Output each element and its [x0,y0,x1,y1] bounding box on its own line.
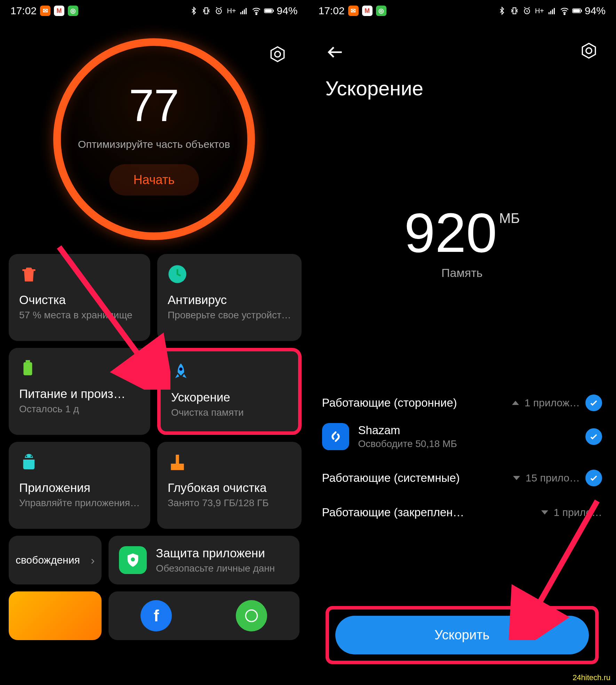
broom-icon [168,452,187,472]
tile-power[interactable]: Питание и произ… Осталось 1 д [9,348,150,435]
svg-rect-26 [573,9,580,13]
status-bar: 17:02 ✉ M ◎ H+ 94% [308,0,616,21]
tile-peek-left[interactable]: свобождения › [9,536,102,584]
svg-point-5 [256,14,257,15]
bluetooth-icon [189,6,199,16]
tile-title: Приложения [19,481,140,495]
svg-rect-12 [26,360,30,362]
group-meta: 1 прило… [554,507,602,518]
svg-rect-21 [550,11,551,14]
settings-button[interactable] [579,42,599,63]
notif-icon-gmail: M [362,6,373,16]
memory-label: Память [308,266,616,280]
tile-title: Антивирус [168,293,291,307]
svg-point-29 [328,429,344,445]
back-button[interactable] [326,42,345,62]
svg-point-13 [179,367,182,371]
tile-sub: Очистка памяти [171,407,288,418]
notif-icon-gmail: M [54,6,64,16]
signal-icon: H+ [535,6,544,16]
boost-button-highlight: Ускорить [326,606,599,664]
security-score-hint: Оптимизируйте часть объектов [78,138,230,150]
wifi-icon [251,6,261,16]
svg-rect-2 [242,11,243,14]
tile-boost[interactable]: Ускорение Очистка памяти [157,348,302,435]
tile-antivirus[interactable]: Антивирус Проверьте свое устройст… [157,254,302,341]
alarm-icon [522,6,532,16]
caret-up-icon [512,401,519,405]
tile-sub: Проверьте свое устройст… [168,310,291,321]
security-app-screen: 17:02 ✉ M ◎ H+ 94% [0,0,308,685]
tile-apps[interactable]: Приложения Управляйте приложения… [9,442,150,529]
status-time: 17:02 [10,5,37,17]
alarm-icon [214,6,224,16]
tile-title: Глубокая очистка [168,481,291,495]
tile-cleaner[interactable]: Очистка 57 % места в хранилище [9,254,150,341]
group-system[interactable]: Работающие (системные) 15 прило… [322,470,602,486]
tile-sub: Осталось 1 д [19,404,140,415]
svg-point-9 [274,51,280,57]
facebook-icon: f [141,600,172,631]
checkbox-checked[interactable] [585,428,602,445]
tile-sub: Управляйте приложения… [19,497,140,509]
tile-title: Очистка [19,293,140,307]
svg-rect-4 [246,8,247,14]
signal-bars-icon [239,6,249,16]
group-meta: 1 прилож… [525,397,580,409]
notif-icon-app: ◎ [68,6,78,16]
checkbox-checked[interactable] [585,470,602,486]
svg-point-16 [131,557,135,561]
svg-rect-23 [554,8,555,14]
svg-rect-3 [244,9,245,14]
memory-display: 920МБ Память [308,201,616,280]
notif-icon-mail: ✉ [40,6,50,16]
svg-rect-11 [24,362,32,375]
vibrate-icon [201,6,211,16]
boost-screen: 17:02 ✉ M ◎ H+ 94% Ускорение 920МБ Памят… [308,0,616,685]
svg-point-24 [564,14,565,15]
notif-icon-mail: ✉ [348,6,359,16]
start-button[interactable]: Начать [109,164,199,196]
svg-rect-8 [273,10,274,12]
svg-rect-1 [240,12,241,14]
tile-app-protection[interactable]: Защита приложени Обезопасьте личные данн [109,536,299,584]
tile-title: Питание и произ… [19,387,140,401]
app-bubble-icon [236,600,267,631]
caret-down-icon [541,510,548,515]
status-time: 17:02 [319,5,345,17]
shazam-icon [322,423,349,450]
boost-button[interactable]: Ускорить [335,616,589,654]
tile-sub: Занято 73,9 ГБ/128 ГБ [168,497,291,509]
vibrate-icon [510,6,519,16]
tile-deep-clean[interactable]: Глубокая очистка Занято 73,9 ГБ/128 ГБ [157,442,302,529]
svg-rect-7 [265,9,272,13]
signal-bars-icon [547,6,557,16]
svg-point-28 [586,48,592,54]
signal-icon: H+ [226,6,236,16]
promo-card-1[interactable] [9,591,102,640]
protect-sub: Обезопасьте личные данн [156,563,275,574]
checkbox-checked[interactable] [585,395,602,411]
svg-rect-20 [549,12,550,14]
app-row-shazam[interactable]: Shazam Освободите 50,18 МБ [322,411,602,450]
svg-point-14 [26,455,27,457]
page-title: Ускорение [308,77,616,110]
status-bar: 17:02 ✉ M ◎ H+ 94% [0,0,308,21]
trash-icon [19,264,39,284]
svg-rect-22 [552,9,553,14]
svg-point-17 [246,610,257,621]
promo-card-2[interactable]: f [109,591,299,640]
group-title: Работающие (системные) [322,471,460,485]
group-third-party[interactable]: Работающие (сторонние) 1 прилож… [322,395,602,411]
protect-title: Защита приложени [156,546,275,560]
settings-button[interactable] [268,45,287,65]
wifi-icon [560,6,569,16]
group-title: Работающие (сторонние) [322,396,457,409]
group-meta: 15 прило… [526,472,580,484]
battery-percent: 94% [277,5,297,17]
group-title: Работающие (закреплен… [322,506,464,519]
memory-unit: МБ [499,210,520,226]
chevron-right-icon: › [91,553,95,567]
group-pinned[interactable]: Работающие (закреплен… 1 прило… [322,506,602,519]
svg-point-15 [31,455,32,457]
